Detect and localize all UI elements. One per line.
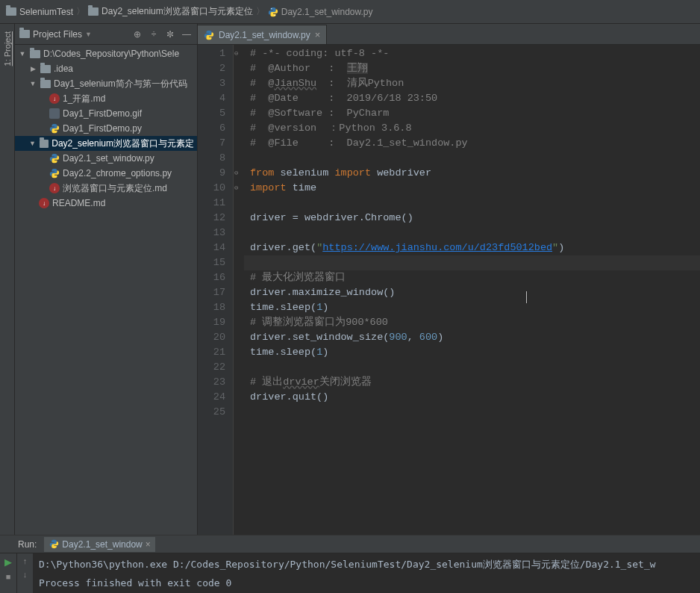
console-line: Process finished with exit code 0 <box>39 577 694 589</box>
tree-file[interactable]: ↓README.md <box>15 196 197 211</box>
markdown-icon: ↓ <box>49 93 60 104</box>
folder-icon <box>40 140 49 148</box>
fold-icon[interactable]: ⊖ <box>234 166 238 181</box>
chevron-right-icon: 〉 <box>76 5 85 18</box>
expand-icon[interactable]: ▶ <box>28 65 37 72</box>
tree-root[interactable]: ▼D:\Codes_Repository\Python\Sele <box>15 46 197 61</box>
expand-icon[interactable]: ▼ <box>28 80 37 87</box>
panel-header: Project Files▼ ⊕ ÷ ✼ — <box>15 24 197 45</box>
close-icon[interactable]: × <box>315 29 321 40</box>
svg-point-0 <box>271 7 272 8</box>
tree-file[interactable]: Day1_FirstDemo.py <box>15 121 197 136</box>
breadcrumb: SeleniumTest 〉 Day2_selenium浏览器窗口与元素定位 〉… <box>0 0 700 24</box>
fold-icon[interactable]: ⊖ <box>234 46 238 61</box>
text-cursor <box>526 291 527 303</box>
tree-file[interactable]: Day1_FirstDemo.gif <box>15 106 197 121</box>
close-icon[interactable]: × <box>146 539 151 550</box>
down-icon[interactable]: ↓ <box>23 570 28 579</box>
folder-icon <box>40 65 51 73</box>
console-line: D:\Python36\python.exe D:/Codes_Reposito… <box>39 558 694 571</box>
run-actions: ▶ ■ <box>0 553 16 593</box>
fold-column[interactable]: ⊖ ⊖ ⊖ <box>234 45 244 535</box>
gutter[interactable]: 1234567891011121314151617181920212223242… <box>198 45 234 535</box>
folder-icon <box>6 7 16 16</box>
folder-icon <box>30 50 40 58</box>
caret-line <box>244 255 700 270</box>
crumb-label: SeleniumTest <box>19 7 73 17</box>
locate-icon[interactable]: ⊕ <box>131 29 143 40</box>
fold-icon[interactable]: ⊖ <box>234 181 238 196</box>
tool-strip: 1: Project <box>0 24 15 535</box>
markdown-icon: ↓ <box>39 198 49 208</box>
stop-icon[interactable]: ■ <box>6 572 11 581</box>
project-panel: Project Files▼ ⊕ ÷ ✼ — ▼D:\Codes_Reposit… <box>15 24 198 535</box>
expand-icon[interactable]: ▼ <box>28 140 37 147</box>
project-tree[interactable]: ▼D:\Codes_Repository\Python\Sele ▶.idea … <box>15 45 197 535</box>
python-file-icon <box>49 539 59 550</box>
tree-folder[interactable]: ▶.idea <box>15 61 197 76</box>
tree-folder[interactable]: ▼Day1_selenium简介与第一份代码 <box>15 76 197 91</box>
crumb-label: Day2.1_set_window.py <box>281 7 373 17</box>
project-tool-tab[interactable]: 1: Project <box>1 24 13 73</box>
python-file-icon <box>204 30 214 40</box>
run-tab[interactable]: Day2.1_set_window × <box>44 537 154 552</box>
tree-file[interactable]: ↓1_开篇.md <box>15 91 197 106</box>
crumb-file[interactable]: Day2.1_set_window.py <box>268 7 373 17</box>
editor-tabs: Day2.1_set_window.py × <box>198 24 700 45</box>
image-icon <box>49 108 60 119</box>
editor: Day2.1_set_window.py × 12345678910111213… <box>198 24 700 535</box>
collapse-icon[interactable]: ÷ <box>148 29 160 40</box>
crumb-folder[interactable]: Day2_selenium浏览器窗口与元素定位 <box>88 5 253 18</box>
python-file-icon <box>49 123 60 134</box>
dropdown-icon: ▼ <box>85 31 92 38</box>
tab-label: Day2.1_set_window.py <box>219 30 310 40</box>
python-file-icon <box>49 153 60 164</box>
markdown-icon: ↓ <box>49 183 60 193</box>
gear-icon[interactable]: ✼ <box>164 29 176 40</box>
folder-icon <box>40 80 51 88</box>
python-file-icon <box>49 168 60 178</box>
run-header: Run: Day2.1_set_window × <box>0 535 700 553</box>
svg-point-1 <box>274 14 275 15</box>
tree-folder-selected[interactable]: ▼Day2_selenium浏览器窗口与元素定 <box>15 136 197 151</box>
run-label: Run: <box>18 539 37 550</box>
play-icon[interactable]: ▶ <box>4 556 12 568</box>
expand-icon[interactable]: ▼ <box>18 50 27 58</box>
run-body: ▶ ■ ↑ ↓ D:\Python36\python.exe D:/Codes_… <box>0 553 700 593</box>
crumb-label: Day2_selenium浏览器窗口与元素定位 <box>101 5 253 18</box>
hide-icon[interactable]: — <box>181 29 193 40</box>
run-config-name: Day2.1_set_window <box>62 539 142 550</box>
run-nav: ↑ ↓ <box>16 553 33 593</box>
code-area[interactable]: 1234567891011121314151617181920212223242… <box>198 45 700 535</box>
folder-icon <box>88 7 99 16</box>
crumb-root[interactable]: SeleniumTest <box>6 7 73 17</box>
chevron-right-icon: 〉 <box>256 5 265 18</box>
folder-icon <box>19 30 30 38</box>
up-icon[interactable]: ↑ <box>23 556 28 565</box>
panel-title[interactable]: Project Files▼ <box>19 29 127 40</box>
tree-file[interactable]: Day2.1_set_window.py <box>15 151 197 166</box>
python-file-icon <box>268 7 278 17</box>
tree-file[interactable]: Day2.2_chrome_options.py <box>15 166 197 181</box>
run-panel: Run: Day2.1_set_window × ▶ ■ ↑ ↓ D:\Pyth… <box>0 535 700 593</box>
editor-tab[interactable]: Day2.1_set_window.py × <box>198 25 327 44</box>
code-content[interactable]: # -*- coding: utf-8 -*- # @Author : 王翔 #… <box>244 45 700 535</box>
console-output[interactable]: D:\Python36\python.exe D:/Codes_Reposito… <box>33 553 700 593</box>
tree-file[interactable]: ↓浏览器窗口与元素定位.md <box>15 181 197 196</box>
